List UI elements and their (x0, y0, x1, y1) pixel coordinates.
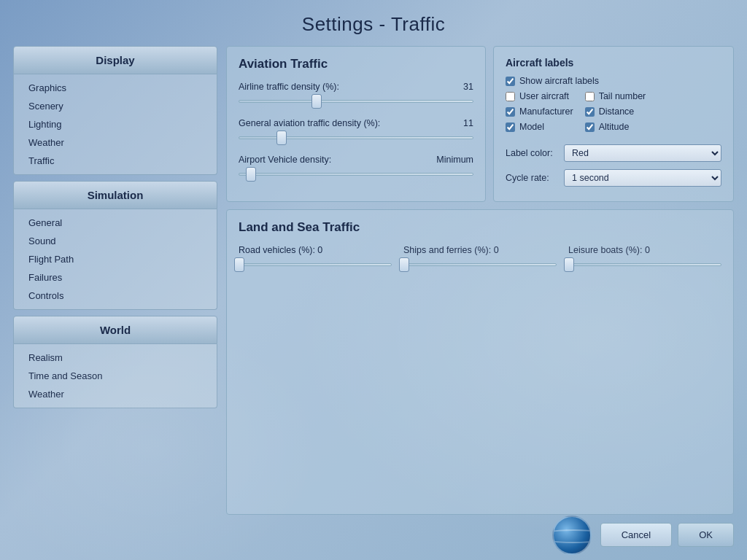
sidebar-item-failures[interactable]: Failures (14, 268, 217, 287)
sidebar-item-flight-path[interactable]: Flight Path (14, 250, 217, 268)
aviation-slider-row-2: Airport Vehicle density:Minimum (239, 155, 473, 181)
cycle-rate-select[interactable]: 1 second2 seconds5 seconds10 seconds (564, 169, 721, 187)
label-checkbox-left-user_aircraft: User aircraft (506, 91, 573, 101)
sidebar-item-traffic[interactable]: Traffic (14, 152, 217, 170)
label-color-label: Label color: (506, 148, 564, 158)
sidebar-item-general[interactable]: General (14, 214, 217, 232)
aviation-slider-label-1: General aviation traffic density (%): (239, 118, 380, 128)
land-sea-title: Land and Sea Traffic (239, 220, 721, 235)
show-aircraft-labels-row: Show aircraft labels (506, 76, 721, 86)
show-aircraft-labels-checkbox[interactable] (506, 77, 515, 86)
globe-decoration (552, 516, 592, 555)
label-checkbox-right-tail_number: Tail number (585, 91, 646, 101)
checkbox-manufacturer[interactable] (506, 107, 515, 117)
cycle-rate-label: Cycle rate: (506, 173, 564, 183)
sidebar: DisplayGraphicsSceneryLightingWeatherTra… (13, 46, 217, 515)
checkbox-label-model: Model (519, 122, 544, 132)
checkbox-label-user_aircraft: User aircraft (519, 91, 569, 101)
ok-button[interactable]: OK (678, 523, 734, 547)
content-area: Aviation Traffic Airline traffic density… (226, 46, 734, 515)
land-slider-thumb-0[interactable] (234, 257, 244, 272)
land-slider-group-2: Leisure boats (%): 0 (568, 245, 721, 271)
page-title: Settings - Traffic (0, 0, 747, 46)
land-slider-bg-2 (568, 263, 721, 266)
checkbox-label-manufacturer: Manufacturer (519, 106, 573, 117)
land-slider-bg-0 (239, 263, 392, 266)
aviation-slider-thumb-1[interactable] (276, 131, 287, 145)
aviation-slider-value-2: Minimum (436, 155, 473, 165)
sidebar-items-world: RealismTime and SeasonWeather (13, 344, 217, 408)
sidebar-section-world: WorldRealismTime and SeasonWeather (13, 316, 217, 408)
sidebar-header-display: Display (13, 46, 217, 74)
aviation-slider-bg-1 (239, 136, 473, 139)
sidebar-item-time-and-season[interactable]: Time and Season (14, 367, 217, 385)
labels-col-right: Tail numberDistanceAltitude (585, 91, 646, 137)
sidebar-item-sound[interactable]: Sound (14, 232, 217, 250)
land-sea-panel: Land and Sea Traffic Road vehicles (%): … (226, 209, 734, 515)
aircraft-labels-title: Aircraft labels (506, 57, 721, 69)
label-checkbox-right-distance: Distance (585, 106, 646, 117)
sidebar-item-lighting[interactable]: Lighting (14, 115, 217, 133)
checkbox-label-distance: Distance (599, 106, 635, 117)
checkbox-label-tail_number: Tail number (599, 91, 646, 101)
sidebar-section-display: DisplayGraphicsSceneryLightingWeatherTra… (13, 46, 217, 175)
checkbox-tail_number[interactable] (585, 92, 595, 101)
land-slider-label-0: Road vehicles (%): 0 (239, 245, 322, 255)
sidebar-item-weather[interactable]: Weather (14, 385, 217, 403)
land-slider-bg-1 (403, 263, 557, 266)
checkbox-model[interactable] (506, 122, 515, 132)
labels-checkboxes-grid: User aircraftManufacturerModel Tail numb… (506, 91, 721, 137)
aviation-sliders: Airline traffic density (%):31General av… (239, 82, 473, 181)
land-sliders-row: Road vehicles (%): 0Ships and ferries (%… (239, 245, 721, 271)
aviation-slider-label-0: Airline traffic density (%): (239, 82, 339, 92)
checkbox-label-altitude: Altitude (599, 122, 630, 132)
aviation-slider-value-1: 11 (463, 118, 473, 128)
cycle-rate-row: Cycle rate: 1 second2 seconds5 seconds10… (506, 169, 721, 187)
aviation-traffic-panel: Aviation Traffic Airline traffic density… (226, 46, 486, 202)
aviation-slider-bg-2 (239, 173, 473, 176)
sidebar-items-simulation: GeneralSoundFlight PathFailuresControls (13, 209, 217, 310)
land-slider-label-2: Leisure boats (%): 0 (568, 245, 650, 255)
sidebar-item-controls[interactable]: Controls (14, 287, 217, 305)
sidebar-item-graphics[interactable]: Graphics (14, 79, 217, 97)
land-slider-track-2[interactable] (568, 258, 721, 271)
show-aircraft-labels-label: Show aircraft labels (519, 76, 599, 86)
aviation-slider-row-1: General aviation traffic density (%):11 (239, 118, 473, 144)
sidebar-header-world: World (13, 316, 217, 344)
cancel-button[interactable]: Cancel (600, 523, 672, 547)
checkbox-user_aircraft[interactable] (506, 92, 515, 101)
aviation-slider-label-2: Airport Vehicle density: (239, 155, 331, 165)
aviation-slider-thumb-2[interactable] (246, 167, 256, 182)
land-slider-group-1: Ships and ferries (%): 0 (403, 245, 557, 271)
sidebar-items-display: GraphicsSceneryLightingWeatherTraffic (13, 74, 217, 175)
aviation-slider-track-1[interactable] (239, 131, 473, 144)
main-layout: DisplayGraphicsSceneryLightingWeatherTra… (0, 46, 747, 515)
land-slider-thumb-2[interactable] (564, 257, 574, 272)
label-checkbox-left-manufacturer: Manufacturer (506, 106, 573, 117)
checkbox-distance[interactable] (585, 107, 595, 117)
sidebar-item-weather[interactable]: Weather (14, 133, 217, 152)
label-color-row: Label color: RedGreenBlueWhiteYellow (506, 144, 721, 162)
checkbox-altitude[interactable] (585, 122, 595, 132)
sidebar-item-scenery[interactable]: Scenery (14, 97, 217, 115)
aviation-slider-track-0[interactable] (239, 95, 473, 108)
land-slider-thumb-1[interactable] (399, 257, 409, 272)
aviation-slider-thumb-0[interactable] (311, 94, 322, 109)
aviation-slider-bg-0 (239, 100, 473, 103)
sidebar-header-simulation: Simulation (13, 181, 217, 209)
aviation-slider-track-2[interactable] (239, 168, 473, 181)
bottom-bar: Cancel OK (0, 515, 747, 555)
label-color-select[interactable]: RedGreenBlueWhiteYellow (564, 144, 721, 162)
land-slider-label-1: Ships and ferries (%): 0 (403, 245, 499, 255)
label-checkbox-right-altitude: Altitude (585, 122, 646, 132)
sidebar-item-realism[interactable]: Realism (14, 349, 217, 367)
labels-col-left: User aircraftManufacturerModel (506, 91, 573, 137)
label-checkbox-left-model: Model (506, 122, 573, 132)
aviation-slider-value-0: 31 (463, 82, 473, 92)
sidebar-section-simulation: SimulationGeneralSoundFlight PathFailure… (13, 181, 217, 310)
aviation-slider-row-0: Airline traffic density (%):31 (239, 82, 473, 108)
land-slider-track-0[interactable] (239, 258, 392, 271)
aviation-traffic-title: Aviation Traffic (239, 57, 473, 71)
aircraft-labels-panel: Aircraft labels Show aircraft labels Use… (493, 46, 734, 202)
land-slider-track-1[interactable] (403, 258, 557, 271)
